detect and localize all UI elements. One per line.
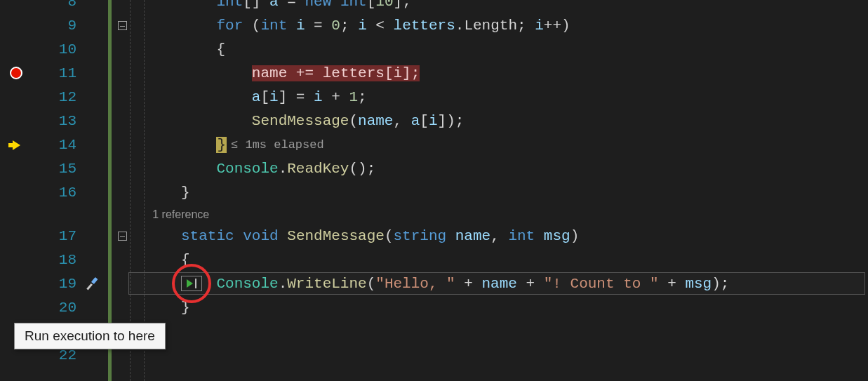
code-line[interactable]: 17 static void SendMessage(string name, …	[0, 225, 868, 248]
line-number: 12	[32, 86, 82, 109]
line-number: 20	[32, 296, 82, 320]
code[interactable]: name += letters[i];	[137, 62, 868, 86]
perf-tip[interactable]: ≤ 1ms elapsed	[231, 138, 324, 152]
code[interactable]: }≤ 1ms elapsed	[137, 133, 868, 157]
line-number: 14	[32, 133, 82, 157]
line-number: 19	[32, 272, 82, 296]
svg-rect-1	[86, 283, 93, 290]
code-line[interactable]: 10 {	[0, 38, 868, 62]
line-number: 18	[32, 248, 82, 272]
code[interactable]: {	[137, 248, 868, 272]
code[interactable]: SendMessage(name, a[i]);	[137, 109, 868, 133]
fold-toggle[interactable]	[118, 21, 127, 30]
code-line[interactable]: 11 name += letters[i];	[0, 62, 868, 86]
line-number: 10	[32, 38, 82, 62]
code[interactable]: {	[137, 38, 868, 62]
code[interactable]: static void SendMessage(string name, int…	[137, 225, 868, 248]
code-line[interactable]: 15 Console.ReadKey();	[0, 157, 868, 181]
lightbulb-screwdriver-icon[interactable]	[84, 276, 100, 292]
code-line[interactable]: 13 SendMessage(name, a[i]);	[0, 109, 868, 133]
code-editor[interactable]: 8 int[] a = new int[10]; 9 for (int i = …	[0, 0, 868, 381]
line-number: 11	[32, 62, 82, 86]
code-line[interactable]: 16 }	[0, 181, 868, 205]
code[interactable]: }	[137, 296, 868, 320]
line-number: 16	[32, 181, 82, 205]
codelens-row[interactable]: 1 reference	[0, 205, 868, 225]
code-line[interactable]: 19 Console.WriteLine("Hello, " + name + …	[0, 272, 868, 296]
code[interactable]: a[i] = i + 1;	[137, 86, 868, 109]
line-number: 8	[32, 0, 82, 14]
current-statement-arrow-icon	[13, 140, 20, 150]
code-line[interactable]: 9 for (int i = 0; i < letters.Length; i+…	[0, 14, 868, 38]
line-number: 13	[32, 109, 82, 133]
code-line[interactable]: 12 a[i] = i + 1;	[0, 86, 868, 109]
code-line[interactable]: 18 {	[0, 248, 868, 272]
current-brace: }	[216, 137, 227, 153]
code[interactable]: int[] a = new int[10];	[137, 0, 868, 14]
breakpoint-icon[interactable]	[10, 67, 22, 79]
fold-toggle[interactable]	[118, 232, 127, 241]
code-line[interactable]: 14 }≤ 1ms elapsed	[0, 133, 868, 157]
line-number: 9	[32, 14, 82, 38]
code-line[interactable]: 8 int[] a = new int[10];	[0, 0, 868, 14]
code[interactable]: Console.WriteLine("Hello, " + name + "! …	[137, 272, 868, 296]
code[interactable]: Console.ReadKey();	[137, 157, 868, 181]
code[interactable]: for (int i = 0; i < letters.Length; i++)	[137, 14, 868, 38]
svg-rect-0	[91, 277, 98, 284]
line-number: 17	[32, 225, 82, 248]
line-number: 15	[32, 157, 82, 181]
code-line[interactable]: 20 }	[0, 296, 868, 320]
run-to-click-tooltip: Run execution to here	[14, 323, 166, 349]
code[interactable]: }	[137, 181, 868, 205]
